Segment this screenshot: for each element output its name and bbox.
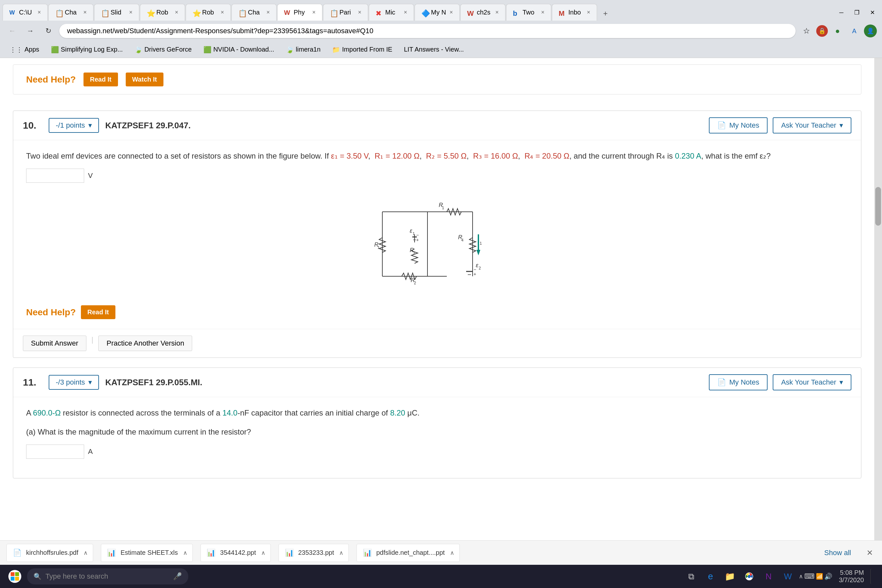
read-it-button-top[interactable]: Read It: [84, 72, 118, 86]
tab-close-two[interactable]: ×: [541, 9, 544, 16]
tab-close-rob2[interactable]: ×: [220, 9, 224, 16]
question-11-points-badge[interactable]: -/3 points ▾: [49, 375, 99, 390]
practice-another-button-q10[interactable]: Practice Another Version: [98, 336, 192, 351]
bookmark-nvidia[interactable]: 🟩 NVIDIA - Download...: [199, 44, 279, 56]
question-11-text: A 690.0-Ω resistor is connected across t…: [26, 407, 848, 419]
read-it-button-q10[interactable]: Read It: [81, 305, 116, 319]
refresh-button[interactable]: ↻: [41, 24, 56, 38]
download-chevron-3[interactable]: ∧: [339, 549, 344, 556]
tab-two[interactable]: b Two ×: [506, 4, 551, 21]
tab-cha2[interactable]: 📋 Cha ×: [231, 4, 277, 21]
tab-cha1[interactable]: 📋 Cha ×: [48, 4, 93, 21]
volume-icon[interactable]: 🔊: [824, 573, 832, 580]
tab-close-phy[interactable]: ×: [312, 9, 316, 16]
tab-title-ch2s: ch2s: [477, 9, 490, 16]
tab-favicon-rob1: ⭐: [147, 9, 153, 16]
download-chevron-4[interactable]: ∧: [450, 549, 454, 556]
tab-close-myn[interactable]: ×: [449, 9, 453, 16]
scrollbar[interactable]: [874, 58, 882, 540]
download-item-3[interactable]: 📊 2353233.ppt ∧: [279, 544, 349, 562]
my-notes-button-q10[interactable]: 📄 My Notes: [709, 117, 768, 134]
back-button[interactable]: ←: [5, 24, 20, 38]
tab-mic[interactable]: ✖ Mic ×: [369, 4, 414, 21]
microphone-icon[interactable]: 🎤: [173, 572, 182, 580]
resistor-value: 690.0-Ω: [33, 408, 61, 417]
tab-slid[interactable]: 📋 Slid ×: [94, 4, 139, 21]
bookmark-drivers[interactable]: 🍃 Drivers GeForce: [130, 44, 196, 56]
tab-phy[interactable]: W Phy ×: [277, 4, 322, 21]
start-button[interactable]: [5, 567, 24, 586]
download-item-0[interactable]: 📄 kirchhoffsrules.pdf ∧: [6, 544, 93, 562]
show-all-button[interactable]: Show all: [819, 546, 856, 560]
tab-close-slid[interactable]: ×: [129, 9, 132, 16]
bookmark-simplifying[interactable]: 🟩 Simplifying Log Exp...: [46, 44, 128, 56]
question-10-points-text: -/1 points: [56, 121, 85, 130]
download-chevron-2[interactable]: ∧: [261, 549, 265, 556]
bookmark-limera1n-favicon: 🍃: [286, 46, 294, 54]
keyboard-icon[interactable]: ⌨: [804, 572, 814, 580]
bookmark-apps[interactable]: ⋮⋮ Apps: [5, 44, 44, 56]
my-notes-button-q11[interactable]: 📄 My Notes: [709, 374, 768, 390]
taskbar-search-input[interactable]: [45, 572, 169, 580]
tab-close-rob1[interactable]: ×: [175, 9, 178, 16]
tab-close-ch2s[interactable]: ×: [495, 9, 499, 16]
tab-myn[interactable]: 🔷 My N ×: [415, 4, 460, 21]
bookmark-lit[interactable]: LIT Answers - View...: [399, 44, 468, 55]
tab-close-mic[interactable]: ×: [404, 9, 407, 16]
network-icon[interactable]: 📶: [816, 573, 823, 580]
taskbar-search-bar[interactable]: 🔍 🎤: [27, 568, 188, 585]
tray-clock[interactable]: 5:08 PM 3/7/2020: [835, 569, 868, 584]
extension-icon-2[interactable]: A: [847, 24, 861, 38]
question-10-number: 10.: [23, 120, 39, 131]
submit-answer-button-q10[interactable]: Submit Answer: [23, 336, 86, 351]
bookmark-limera1n[interactable]: 🍃 limera1n: [281, 44, 325, 56]
tab-rob1[interactable]: ⭐ Rob ×: [140, 4, 185, 21]
tab-close-pari[interactable]: ×: [358, 9, 362, 16]
bookmark-imported[interactable]: 📁 Imported From IE: [327, 44, 397, 56]
tab-rob2[interactable]: ⭐ Rob ×: [186, 4, 231, 21]
watch-it-button-top[interactable]: Watch It: [126, 72, 164, 86]
word-icon[interactable]: W: [780, 568, 796, 585]
tab-close-calu[interactable]: ×: [38, 9, 41, 16]
answer-input-q10[interactable]: [26, 169, 84, 183]
close-button[interactable]: ✕: [865, 7, 879, 18]
download-chevron-0[interactable]: ∧: [84, 549, 88, 556]
scrollbar-thumb[interactable]: [875, 187, 881, 226]
tab-pari[interactable]: 📋 Pari ×: [323, 4, 368, 21]
question-10-id: KATZPSEF1 29.P.047.: [105, 121, 191, 130]
tab-ch2s[interactable]: W ch2s ×: [460, 4, 506, 21]
ask-teacher-button-q10[interactable]: Ask Your Teacher ▾: [773, 117, 851, 134]
tab-calu[interactable]: W C:\U ×: [3, 4, 48, 21]
download-item-1[interactable]: 📊 Estimate SHEET.xls ∧: [101, 544, 193, 562]
up-arrow-icon[interactable]: ∧: [799, 573, 803, 580]
download-item-2[interactable]: 📊 3544142.ppt ∧: [201, 544, 271, 562]
taskview-button[interactable]: ⧉: [683, 568, 699, 585]
tab-inbo[interactable]: M Inbo ×: [552, 4, 597, 21]
ask-teacher-button-q11[interactable]: Ask Your Teacher ▾: [773, 374, 851, 390]
tab-close-inbo[interactable]: ×: [587, 9, 590, 16]
maximize-button[interactable]: ❐: [850, 7, 864, 18]
tab-close-cha1[interactable]: ×: [83, 9, 87, 16]
bookmark-limera1n-label: limera1n: [296, 46, 321, 53]
bookmark-star-icon[interactable]: ☆: [800, 24, 814, 38]
close-download-bar-button[interactable]: ✕: [864, 546, 876, 560]
tab-close-cha2[interactable]: ×: [266, 9, 270, 16]
new-tab-button[interactable]: +: [598, 6, 613, 21]
minimize-button[interactable]: ─: [834, 7, 849, 18]
answer-input-q11[interactable]: [26, 444, 84, 459]
r3-value: R₃ = 16.00 Ω: [473, 152, 518, 160]
file-explorer-icon[interactable]: 📁: [722, 568, 738, 585]
question-10-header: 10. -/1 points ▾ KATZPSEF1 29.P.047. 📄 M…: [13, 111, 861, 140]
chevron-down-icon-q11: ▾: [88, 378, 92, 387]
download-chevron-1[interactable]: ∧: [183, 549, 187, 556]
address-input[interactable]: [59, 24, 796, 38]
download-item-4[interactable]: 📊 pdfslide.net_chapt....ppt ∧: [357, 544, 459, 562]
onenote-icon[interactable]: N: [760, 568, 777, 585]
show-desktop-button[interactable]: [870, 568, 877, 584]
question-10-points-badge[interactable]: -/1 points ▾: [49, 118, 99, 133]
edge-icon[interactable]: e: [702, 568, 719, 585]
avatar-icon[interactable]: 👤: [864, 24, 877, 38]
forward-button[interactable]: →: [23, 24, 38, 38]
chrome-icon[interactable]: [741, 568, 758, 585]
extension-icon-1[interactable]: ●: [830, 24, 844, 38]
